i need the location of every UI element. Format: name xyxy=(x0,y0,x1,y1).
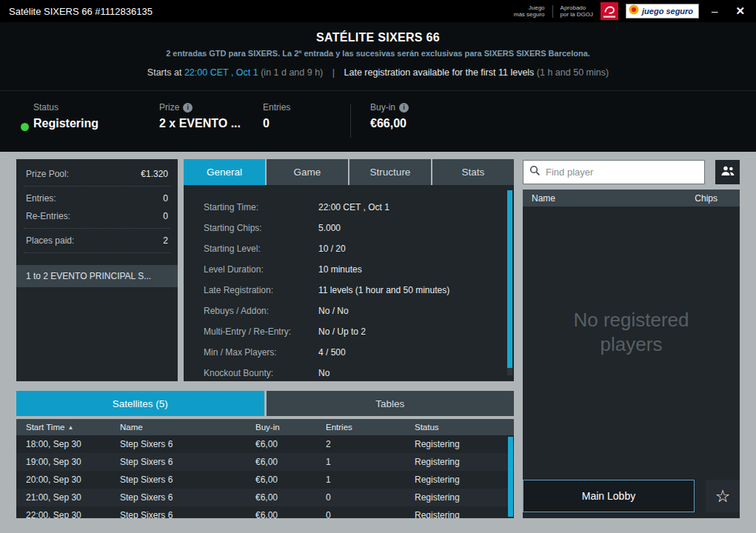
buyin-value: €66,00 xyxy=(370,117,409,130)
tab-structure[interactable]: Structure xyxy=(349,159,431,185)
tournament-subtitle: 2 entradas GTD para SIXERS. La 2ª entrad… xyxy=(0,49,756,58)
info-row: Starting Time: 22:00 CET , Oct 1 xyxy=(184,197,514,218)
payout-row[interactable]: 1 to 2 EVENTO PRINCIPAL S... xyxy=(16,265,178,287)
tab-stats[interactable]: Stats xyxy=(432,159,514,185)
table-row[interactable]: 19:00, Sep 30 Step Sixers 6 €6,00 1 Regi… xyxy=(16,453,514,471)
entries-block: Entries 0 xyxy=(263,102,350,152)
table-row[interactable]: 18:00, Sep 30 Step Sixers 6 €6,00 2 Regi… xyxy=(16,435,514,453)
tab-satellites[interactable]: Satellites (5) xyxy=(16,391,264,416)
status-block: Status Registering xyxy=(21,102,159,152)
minimize-button[interactable]: – xyxy=(706,0,723,22)
cell-start-time: 18:00, Sep 30 xyxy=(16,439,120,449)
column-buyin[interactable]: Buy-in xyxy=(255,423,326,432)
tab-tables[interactable]: Tables xyxy=(267,391,515,416)
info-tabs: General Game Structure Stats xyxy=(184,159,514,185)
entries-label: Entries: xyxy=(26,193,56,204)
late-registration-label: Late Registration: xyxy=(184,285,318,295)
dgoj-approved-label: Aprobado por la DGOJ xyxy=(561,4,593,18)
column-status[interactable]: Status xyxy=(415,423,514,432)
titlebar-separator xyxy=(552,5,553,18)
status-bar: Status Registering Prize i 2 x EVENTO ..… xyxy=(0,90,756,152)
entries-value: 0 xyxy=(263,117,350,130)
players-panel: Name Chips No registered players Main Lo… xyxy=(523,190,740,518)
column-start-time[interactable]: Start Time▲ xyxy=(16,423,120,432)
pipe-divider: | xyxy=(332,67,335,78)
rebuys-addon-label: Rebuys / Addon: xyxy=(184,306,318,316)
buyin-info-icon[interactable]: i xyxy=(399,103,409,113)
prize-pool-row: Prize Pool: €1.320 xyxy=(16,165,178,183)
buyin-block: Buy-in i €66,00 xyxy=(370,102,409,152)
scrollbar-thumb[interactable] xyxy=(508,437,513,517)
column-entries[interactable]: Entries xyxy=(326,423,415,432)
status-bar-divider xyxy=(350,104,351,138)
cell-buyin: €6,00 xyxy=(255,510,326,518)
starting-chips-label: Starting Chips: xyxy=(184,223,318,233)
start-countdown: (in 1 d and 9 h) xyxy=(261,67,323,78)
friends-icon xyxy=(720,166,735,179)
column-chips[interactable]: Chips xyxy=(695,193,717,204)
multi-entry-value: No / Up to 2 xyxy=(318,326,366,337)
dgoj-approved-line2: por la DGOJ xyxy=(561,11,593,18)
column-name[interactable]: Name xyxy=(532,193,555,204)
table-row[interactable]: 21:00, Sep 30 Step Sixers 6 €6,00 0 Regi… xyxy=(16,489,514,506)
cell-name: Step Sixers 6 xyxy=(120,439,255,449)
scrollbar[interactable] xyxy=(508,437,513,517)
search-box[interactable] xyxy=(523,160,705,184)
cell-buyin: €6,00 xyxy=(255,439,326,449)
starting-chips-value: 5.000 xyxy=(318,223,341,233)
entries-row: Entries: 0 xyxy=(16,190,178,207)
cell-entries: 0 xyxy=(326,492,415,503)
starting-time-value: 22:00 CET , Oct 1 xyxy=(318,202,389,212)
tournament-info-panel: General Game Structure Stats Starting Ti… xyxy=(184,159,514,381)
table-row[interactable]: 20:00, Sep 30 Step Sixers 6 €6,00 1 Regi… xyxy=(16,471,514,489)
general-tab-content: Starting Time: 22:00 CET , Oct 1 Startin… xyxy=(184,185,514,381)
juego-seguro-label: juego seguro xyxy=(642,7,693,16)
knockout-bounty-label: Knockout Bounty: xyxy=(184,368,318,378)
cell-buyin: €6,00 xyxy=(255,492,326,503)
start-time: 22:00 CET , Oct 1 xyxy=(184,67,258,78)
info-row: Level Duration: 10 minutes xyxy=(184,259,514,280)
starts-at-label: Starts at xyxy=(147,67,182,78)
late-registration-duration: (1 h and 50 mins) xyxy=(537,67,609,78)
info-row: Rebuys / Addon: No / No xyxy=(184,301,514,321)
entries-value: 0 xyxy=(163,193,168,204)
scrollbar-thumb[interactable] xyxy=(507,190,512,368)
column-name[interactable]: Name xyxy=(120,423,255,432)
places-paid-value: 2 xyxy=(163,235,168,246)
safer-gaming-line1: Juego xyxy=(514,4,545,11)
find-player-input[interactable] xyxy=(546,167,698,178)
juego-seguro-badge: juego seguro xyxy=(626,4,699,19)
cell-entries: 1 xyxy=(326,457,415,467)
main-lobby-button[interactable]: Main Lobby xyxy=(523,480,695,512)
tab-game[interactable]: Game xyxy=(267,159,348,185)
friends-button[interactable] xyxy=(715,160,740,184)
prize-pool-panel: Prize Pool: €1.320 Entries: 0 Re-Entries… xyxy=(16,159,178,381)
players-table-header: Name Chips xyxy=(523,190,740,207)
cell-buyin: €6,00 xyxy=(255,475,326,485)
prize-info-icon[interactable]: i xyxy=(183,103,193,113)
safer-gaming-label: Juego más seguro xyxy=(514,4,545,18)
rebuys-addon-value: No / No xyxy=(318,306,349,316)
places-paid-label: Places paid: xyxy=(26,235,74,246)
late-registration-text: Late registration available for the firs… xyxy=(344,67,535,78)
scrollbar[interactable] xyxy=(507,190,512,375)
tournament-header: SATÉLITE SIXERS 66 2 entradas GTD para S… xyxy=(0,22,756,90)
divider xyxy=(24,252,170,253)
table-row[interactable]: 22:00, Sep 30 Step Sixers 6 €6,00 0 Regi… xyxy=(16,506,514,518)
tab-general[interactable]: General xyxy=(184,159,265,185)
starting-level-value: 10 / 20 xyxy=(318,244,346,254)
status-dot xyxy=(21,123,29,131)
juego-seguro-logo-icon xyxy=(629,4,639,18)
starting-level-label: Starting Level: xyxy=(184,244,318,254)
favorite-button[interactable]: ☆ xyxy=(706,480,740,512)
safer-gaming-line2: más seguro xyxy=(514,11,545,18)
info-row: Starting Chips: 5.000 xyxy=(184,218,514,238)
cell-start-time: 20:00, Sep 30 xyxy=(16,475,120,485)
cell-name: Step Sixers 6 xyxy=(120,457,255,467)
info-row: Multi-Entry / Re-Entry: No / Up to 2 xyxy=(184,321,514,342)
close-button[interactable]: ✕ xyxy=(730,0,750,22)
cell-status: Registering xyxy=(415,510,514,518)
start-info-line: Starts at 22:00 CET , Oct 1 (in 1 d and … xyxy=(0,67,756,78)
status-value: Registering xyxy=(33,117,159,130)
cell-name: Step Sixers 6 xyxy=(120,475,255,485)
